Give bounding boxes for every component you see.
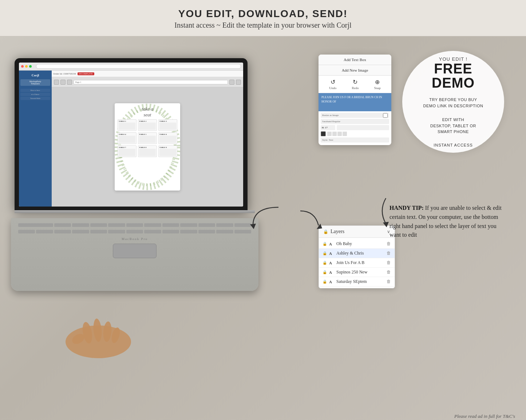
color-row (321, 131, 389, 136)
corjl-nav-templates[interactable]: MockupPartyTemplates (20, 79, 50, 86)
header-title: YOU EDIT, DOWNLOAD, SEND! (0, 8, 526, 20)
layer-lock-icon-2: 🔒 (323, 251, 327, 255)
align-justify-btn[interactable] (343, 132, 347, 136)
corjl-nav-1[interactable]: How to Save (20, 89, 50, 92)
editor-main: Order Id: 1509758194 INCOMPLETE Page 1 (52, 71, 243, 207)
align-right-btn[interactable] (337, 132, 342, 136)
browser-close-dot (21, 65, 24, 68)
undo-tool[interactable]: ↺ Undo (329, 79, 336, 90)
footer-text: Please read ad in full for T&C's (454, 413, 515, 419)
demo-free-label: FREE (434, 62, 472, 76)
hand-svg (58, 313, 138, 360)
arrow-svg-1 (297, 207, 326, 236)
settings-row-2: Saraband Regular (321, 119, 389, 124)
table-block-6: TABLE 6 (158, 132, 177, 144)
main-content: Corjl MockupPartyTemplates How to Save a… (0, 36, 526, 420)
laptop-screen-outer: Corjl MockupPartyTemplates How to Save a… (15, 58, 248, 211)
font-width-input[interactable] (337, 125, 389, 130)
svg-marker-9 (383, 222, 389, 227)
layer-delete-3[interactable]: 🗑 (387, 260, 391, 265)
add-new-image-btn[interactable]: Add New Image (319, 65, 391, 76)
redo-label: Redo (352, 86, 359, 90)
laptop-brand-label: MacBook Pro (11, 237, 258, 241)
table-block-2: TABLE 2 (138, 119, 157, 131)
corjl-logo: Corjl (20, 73, 50, 77)
incomplete-badge: INCOMPLETE (78, 72, 94, 75)
redo-tool[interactable]: ↻ Redo (352, 79, 359, 90)
browser-max-dot (29, 65, 32, 68)
layer-delete-5[interactable]: 🗑 (387, 279, 391, 284)
font-size-row: H: 17 (321, 125, 389, 130)
settings-row-1: Resize as Image (321, 113, 389, 118)
layer-item-supinos[interactable]: 🔒 A Supinos 250 New 🗑 (319, 268, 395, 277)
phone-settings: Resize as Image Saraband Regular H: 17 (319, 111, 391, 145)
layer-delete-4[interactable]: 🗑 (387, 269, 391, 275)
seating-chart-title: take aseat (142, 106, 153, 118)
layer-delete-1[interactable]: 🗑 (387, 241, 391, 247)
phone-text-preview: PLEASE JOIN US F OR A BRIDAL BRUN CH IN … (319, 93, 391, 111)
snap-label: Snap (374, 86, 381, 90)
laptop-touchpad (113, 244, 157, 258)
order-id-label: Order Id: 1509758194 (53, 72, 76, 75)
color-swatch[interactable] (321, 131, 326, 136)
laptop-area: Corjl MockupPartyTemplates How to Save a… (15, 58, 262, 367)
toolbar-prev[interactable] (229, 80, 234, 85)
snap-icon: ⊕ (375, 79, 380, 85)
browser-bar (19, 63, 243, 71)
layer-item-join[interactable]: 🔒 A Join Us For A B 🗑 (319, 258, 395, 268)
laptop-hinge (15, 210, 255, 213)
laptop-screen-inner: Corjl MockupPartyTemplates How to Save a… (19, 63, 243, 207)
text-preview-content: PLEASE JOIN US F OR A BRIDAL BRUN CH IN … (321, 95, 388, 104)
handy-tip-arrow (246, 204, 282, 234)
snap-tool[interactable]: ⊕ Snap (374, 79, 381, 90)
table-block-3: TABLE 3 (158, 119, 177, 131)
demo-try-label: TRY BEFORE YOU BUY DEMO LINK IN DESCRIPT… (423, 97, 483, 109)
layer-lock-icon-5: 🔒 (323, 280, 327, 284)
layer-item-oh-baby[interactable]: 🔒 A Oh Baby 🗑 (319, 239, 395, 249)
handy-tip-arrow-svg (246, 204, 282, 233)
toolbar-btn-2[interactable] (60, 80, 66, 85)
table-block-8: TABLE 8 (138, 145, 157, 157)
layers-title-text: Layers (331, 229, 344, 235)
font-size-input[interactable]: H: 17 (321, 125, 335, 130)
browser-min-dot (25, 65, 28, 68)
demo-instant-label: INSTANT ACCESS (434, 143, 473, 147)
layer-item-saturday[interactable]: 🔒 A Saturday SEptem 🗑 (319, 277, 395, 287)
laptop-body: Corjl MockupPartyTemplates How to Save a… (15, 58, 255, 335)
table-block-9: TABLE 9 (158, 145, 177, 157)
curved-arrow-1 (297, 207, 326, 238)
layer-lock-icon-3: 🔒 (323, 261, 327, 265)
layer-name-oh-baby: Oh Baby (336, 241, 384, 247)
align-left-btn[interactable] (327, 132, 332, 136)
add-text-box-btn[interactable]: Add Text Box (319, 55, 391, 65)
resize-checkbox[interactable] (383, 113, 388, 118)
layer-type-3: A (329, 261, 334, 265)
toolbar-btn-3[interactable] (67, 80, 72, 85)
layer-item-ashley[interactable]: 🔒 A Ashley & Chris 🗑 (319, 249, 395, 258)
redo-icon: ↻ (353, 79, 357, 85)
demo-edit-with-label: EDIT WITH DESKTOP, TABLET OR SMART PHONE (430, 117, 476, 135)
corjl-nav-3[interactable]: Tutorial Hubs (20, 97, 50, 100)
handy-tip-text: HANDY TIP: If you are unable to select &… (389, 204, 506, 240)
layer-type-2: A (329, 251, 334, 256)
svg-marker-8 (317, 224, 322, 229)
laptop-keyboard: MacBook Pro (11, 218, 258, 291)
editor-toolbar: Page 1 (52, 77, 243, 87)
phone-panel: Add Text Box Add New Image ↺ Undo ↻ Redo… (319, 55, 391, 145)
browser-url-bar[interactable] (36, 64, 241, 69)
demo-circle: YOU EDIT ! FREE DEMO TRY BEFORE YOU BUY … (402, 51, 504, 153)
table-block-5: TABLE 5 (138, 132, 157, 144)
seating-tables: TABLE 1 TABLE 2 TABLE 3 (118, 119, 177, 157)
layers-title: 🔒 Layers (323, 229, 344, 235)
canvas-area: take aseat TABLE 1 TABLE 2 (52, 87, 243, 207)
corjl-sidebar: Corjl MockupPartyTemplates How to Save a… (19, 71, 52, 207)
align-center-btn[interactable] (332, 132, 337, 136)
layer-delete-2[interactable]: 🗑 (387, 251, 391, 256)
undo-label: Undo (329, 86, 336, 90)
alignment-btns (327, 132, 347, 136)
seating-chart: take aseat TABLE 1 TABLE 2 (115, 103, 180, 191)
toolbar-next[interactable] (236, 80, 241, 85)
toolbar-btn-1[interactable] (54, 80, 59, 85)
corjl-nav-2[interactable]: at a Glance (20, 93, 50, 96)
toolbar-search[interactable]: Page 1 (74, 80, 228, 84)
